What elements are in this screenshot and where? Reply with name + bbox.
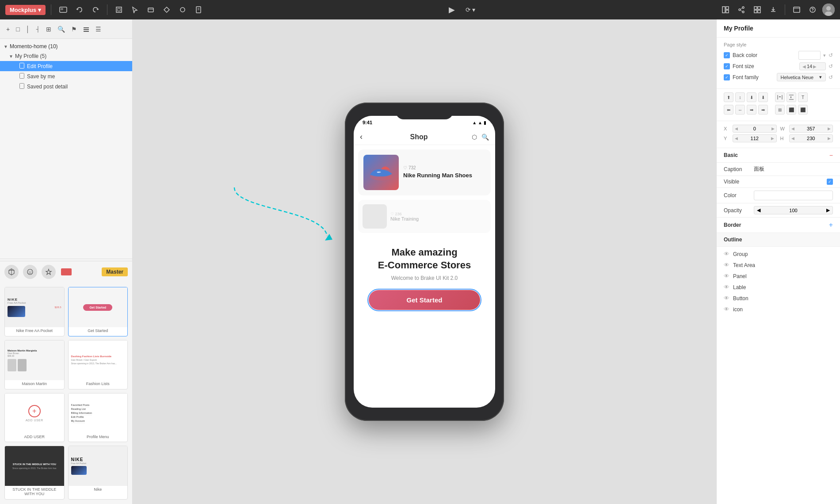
vline-tool-btn[interactable]: │: [24, 24, 32, 34]
sync-button[interactable]: ⟳ ▾: [463, 4, 478, 15]
outline-item-icon[interactable]: 👁 icon: [717, 304, 840, 315]
thumb-nike-free[interactable]: NIKE Free AA Pocket $28.5 Nike Free AA P…: [4, 287, 65, 336]
w-inc[interactable]: ▶: [828, 126, 831, 131]
border-add-btn[interactable]: +: [829, 221, 833, 229]
h-input[interactable]: ◀ 230 ▶: [789, 134, 833, 142]
diamond-tool-btn[interactable]: [160, 4, 173, 15]
tree-item-save-by-me[interactable]: Save by me: [0, 71, 132, 81]
search-nav-icon[interactable]: 🔍: [481, 134, 489, 141]
color-value-box[interactable]: [754, 191, 833, 200]
align-hcenter-btn[interactable]: ↔: [735, 105, 745, 115]
opacity-dec[interactable]: ◀: [757, 207, 760, 213]
logo-button[interactable]: Mockplus ▾: [5, 5, 46, 15]
eye-icon-textarea[interactable]: 👁: [724, 262, 729, 268]
font-size-dec[interactable]: ◀: [802, 64, 806, 69]
visible-checkbox[interactable]: ✓: [827, 179, 833, 185]
eye-icon-icon[interactable]: 👁: [724, 306, 729, 313]
tree-group-momento[interactable]: ▼ Momento-home (10): [0, 42, 132, 51]
mirror-h-btn[interactable]: ⬛: [787, 105, 796, 115]
align-right2-btn[interactable]: ➡: [758, 105, 768, 115]
align-vcenter-btn[interactable]: ↕: [735, 92, 745, 102]
smiley-icon-btn[interactable]: [23, 265, 37, 279]
back-color-dropdown[interactable]: ▾: [823, 53, 826, 58]
layers-tool-btn[interactable]: [81, 24, 91, 34]
undo-button[interactable]: [73, 5, 86, 15]
y-inc[interactable]: ▶: [771, 136, 774, 141]
back-color-checkbox[interactable]: ✓: [724, 52, 730, 58]
flag-tool-btn[interactable]: ⚑: [69, 24, 79, 34]
tree-item-edit-profile[interactable]: Edit Profile: [0, 61, 132, 71]
list-tool-btn[interactable]: ☰: [94, 24, 103, 34]
window-icon-btn[interactable]: [790, 4, 803, 15]
thumb-add-user[interactable]: + ADD USER ADD USER: [4, 393, 65, 443]
components-icon-btn[interactable]: [751, 4, 764, 15]
thumb-social[interactable]: STUCK IN THE MIDDLE WITH YOU Since openn…: [4, 446, 65, 500]
hline-tool-btn[interactable]: ┤: [34, 24, 42, 34]
x-inc[interactable]: ▶: [771, 126, 775, 131]
y-input[interactable]: ◀ 112 ▶: [733, 134, 777, 142]
grid-align-btn[interactable]: ⊞: [775, 105, 785, 115]
outline-item-textarea[interactable]: 👁 Text Area: [717, 260, 840, 271]
circle-tool-btn[interactable]: [176, 4, 189, 15]
font-size-inc[interactable]: ▶: [813, 64, 817, 69]
cube-icon-btn[interactable]: [4, 265, 19, 279]
distribute-v-btn[interactable]: [787, 92, 796, 102]
outline-item-group[interactable]: 👁 Group: [717, 248, 840, 260]
document-tool-btn[interactable]: [192, 4, 205, 15]
outline-item-panel[interactable]: 👁 Panel: [717, 271, 840, 282]
h-inc[interactable]: ▶: [828, 136, 831, 141]
align-top-btn[interactable]: ⬆: [724, 92, 733, 102]
font-size-checkbox[interactable]: ✓: [724, 63, 730, 69]
frame-tool-btn[interactable]: [113, 4, 125, 15]
h-dec[interactable]: ◀: [791, 136, 794, 141]
export-icon-btn[interactable]: [767, 4, 779, 15]
caption-value[interactable]: 面板: [754, 165, 833, 173]
mirror-v-btn[interactable]: ⬛: [798, 105, 808, 115]
tree-group-myprofile[interactable]: ▼ My Profile (5): [0, 51, 132, 61]
back-color-reset[interactable]: ↺: [829, 52, 833, 58]
font-size-reset[interactable]: ↺: [829, 63, 833, 69]
outline-item-lable[interactable]: 👁 Lable: [717, 282, 840, 293]
cursor-tool-btn[interactable]: [129, 4, 141, 15]
thumb-profile-menu[interactable]: Favorited Posts Reading List Billing Inf…: [68, 393, 128, 443]
w-dec[interactable]: ◀: [791, 126, 794, 131]
redo-button[interactable]: [89, 5, 102, 15]
align-right-btn[interactable]: ➡: [747, 105, 756, 115]
get-started-button[interactable]: Get Started: [369, 290, 480, 310]
rect-tool-btn[interactable]: □: [14, 24, 21, 34]
master-badge[interactable]: Master: [102, 267, 128, 276]
font-family-value[interactable]: Helvetica Neue ▾: [777, 73, 826, 81]
eye-icon-panel[interactable]: 👁: [724, 273, 729, 279]
shape-tool-btn[interactable]: [145, 4, 157, 15]
back-color-value[interactable]: [798, 51, 821, 60]
phone-back-button[interactable]: ‹: [360, 132, 363, 141]
outline-item-button[interactable]: 👁 Button: [717, 293, 840, 304]
basic-collapse-btn[interactable]: −: [829, 152, 833, 159]
w-input[interactable]: ◀ 357 ▶: [789, 125, 833, 133]
thumb-get-started[interactable]: Get Started Get Started: [68, 287, 128, 336]
grid-tool-btn[interactable]: ⊞: [44, 24, 53, 34]
share-icon-btn[interactable]: [735, 4, 748, 15]
user-avatar[interactable]: [822, 4, 835, 16]
font-family-checkbox[interactable]: ✓: [724, 74, 730, 80]
font-family-reset[interactable]: ↺: [829, 74, 833, 80]
align-bottom-btn[interactable]: ⬇: [747, 92, 756, 102]
align-left-btn[interactable]: ⬅: [724, 105, 733, 115]
help-icon-btn[interactable]: [806, 4, 819, 15]
home-icon-btn[interactable]: [57, 5, 70, 15]
play-button[interactable]: ▶: [446, 3, 458, 16]
x-input[interactable]: ◀ 0 ▶: [733, 125, 777, 133]
share-nav-icon[interactable]: ⬡: [472, 134, 477, 141]
layout-icon-btn[interactable]: [719, 4, 732, 15]
thumb-maison[interactable]: Maison Martin Margiela Gian Brown $58.00…: [4, 340, 65, 389]
thumb-nike2[interactable]: NIKE Free AA Pocket Nike: [68, 446, 128, 500]
thumb-fashion[interactable]: Dashing Fashion Lists Burnside Gian Brow…: [68, 340, 128, 389]
align-bottom2-btn[interactable]: ⬇: [758, 92, 768, 102]
tree-item-saved-post[interactable]: Saved post detail: [0, 81, 132, 92]
search-tool-btn[interactable]: 🔍: [56, 24, 67, 34]
eye-icon-group[interactable]: 👁: [724, 251, 729, 257]
opacity-inc[interactable]: ▶: [826, 207, 830, 213]
eye-icon-button[interactable]: 👁: [724, 295, 729, 302]
x-dec[interactable]: ◀: [735, 126, 738, 131]
add-tool-btn[interactable]: +: [4, 24, 11, 34]
